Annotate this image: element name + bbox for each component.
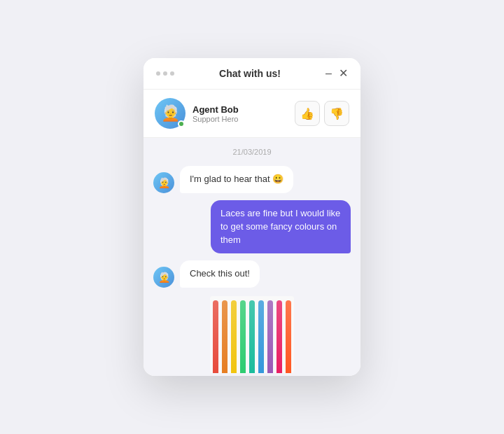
minimize-button[interactable]: –: [326, 68, 332, 79]
lace-strand: [222, 300, 227, 373]
agent-bar: 🧑‍🦳 Agent Bob Support Hero 👍 👎: [144, 90, 360, 138]
message-row-1: 🧑‍🦳 I'm glad to hear that 😀: [153, 166, 351, 193]
user-bubble-1: Laces are fine but I would like to get s…: [211, 200, 351, 254]
agent-bubble-2: Check this out!: [180, 260, 260, 288]
lace-strand: [213, 300, 218, 373]
thumbs-up-button[interactable]: 👍: [295, 101, 320, 126]
agent-info: Agent Bob Support Hero: [192, 104, 295, 123]
lace-strand: [258, 300, 264, 373]
agent-name: Agent Bob: [192, 104, 295, 115]
thumbs-down-button[interactable]: 👎: [324, 101, 349, 126]
agent-msg-avatar-2: 🧑‍🦳: [153, 267, 174, 288]
agent-bubble-1: I'm glad to hear that 😀: [180, 166, 293, 193]
lace-strand: [276, 300, 282, 373]
lace-strand: [231, 300, 237, 373]
laces-image-container: [153, 296, 351, 373]
close-button[interactable]: ✕: [339, 68, 348, 79]
agent-role: Support Hero: [192, 115, 295, 123]
title-bar: Chat with us! – ✕: [144, 58, 360, 90]
message-row-2: Laces are fine but I would like to get s…: [153, 200, 351, 254]
window-dots: [156, 71, 174, 76]
agent-msg-avatar: 🧑‍🦳: [153, 172, 174, 193]
dot-2: [163, 71, 167, 76]
chat-body: 21/03/2019 🧑‍🦳 I'm glad to hear that 😀 L…: [144, 138, 360, 376]
message-row-3: 🧑‍🦳 Check this out!: [153, 260, 351, 288]
agent-avatar-wrap: 🧑‍🦳: [155, 98, 186, 129]
check-this-out-text: Check this out!: [190, 268, 250, 279]
window-title: Chat with us!: [219, 68, 281, 79]
dot-3: [170, 71, 174, 76]
chat-window: Chat with us! – ✕ 🧑‍🦳 Agent Bob Support …: [144, 58, 360, 376]
lace-strand: [267, 300, 273, 373]
rating-buttons: 👍 👎: [295, 101, 349, 126]
lace-strand: [240, 300, 246, 373]
window-actions: – ✕: [326, 68, 348, 79]
laces-strands: [213, 300, 291, 373]
laces-image: [210, 296, 294, 373]
dot-1: [156, 71, 160, 76]
lace-strand: [249, 300, 255, 373]
lace-strand: [286, 300, 291, 373]
online-indicator: [178, 120, 185, 127]
date-divider: 21/03/2019: [153, 148, 351, 156]
